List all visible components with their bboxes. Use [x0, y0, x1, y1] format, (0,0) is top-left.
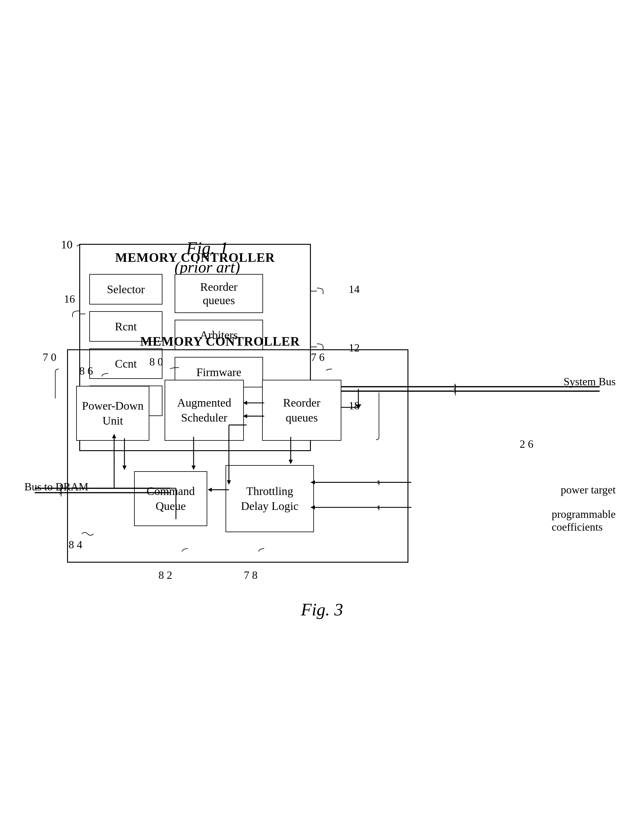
label-76: 7 6	[311, 351, 325, 363]
fig3-diagram: 7 0 MEMORY CONTROLLER 8 6 8 0 7 6 Power-…	[25, 325, 622, 581]
command-queue-block: CommandQueue	[134, 471, 207, 526]
throttling-delay-logic-block: ThrottlingDelay Logic	[225, 465, 314, 532]
system-bus-label: System Bus	[564, 375, 616, 388]
label-70: 7 0	[43, 351, 57, 363]
label-14: 14	[349, 283, 360, 296]
fig3-caption: Fig. 3	[25, 599, 619, 620]
reorder-queues-block-fig3: Reorderqueues	[262, 380, 341, 441]
label-86: 8 6	[79, 365, 93, 377]
page: 10 MEMORY CONTROLLER Selector Rcnt Ccnt …	[0, 0, 644, 819]
fig3-title: Fig. 3	[25, 599, 619, 620]
label-16: 16	[64, 293, 75, 305]
mc3-title: MEMORY CONTROLLER	[140, 334, 300, 349]
selector-box: Selector	[89, 274, 163, 305]
label-78: 7 8	[244, 569, 258, 581]
bus-to-dram-label: Bus to DRAM	[25, 480, 88, 493]
label-10: 10	[61, 238, 72, 251]
figure-1: 10 MEMORY CONTROLLER Selector Rcnt Ccnt …	[61, 238, 335, 276]
power-target-label: power target	[561, 483, 616, 496]
figure-3: 7 0 MEMORY CONTROLLER 8 6 8 0 7 6 Power-…	[25, 325, 619, 620]
label-82: 8 2	[158, 569, 172, 581]
power-down-unit-block: Power-DownUnit	[76, 386, 149, 441]
augmented-scheduler-block: AugmentedScheduler	[164, 380, 244, 441]
label-80: 8 0	[149, 356, 163, 368]
label-26: 2 6	[520, 438, 534, 451]
label-84: 8 4	[69, 538, 82, 551]
reorder-queues-box-fig1: Reorderqueues	[175, 274, 263, 313]
mc-title-fig1: MEMORY CONTROLLER	[80, 245, 310, 268]
programmable-coefficients-label: programmablecoefficients	[552, 508, 616, 534]
